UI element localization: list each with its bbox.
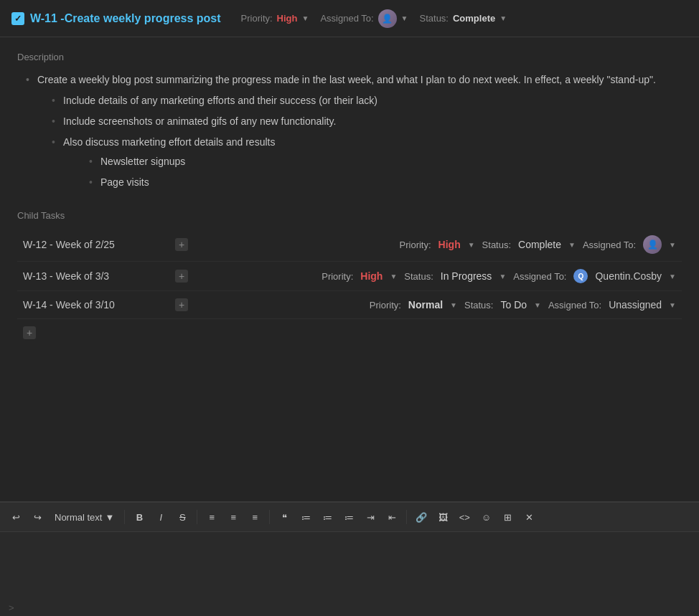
task-w14-status-arrow[interactable]: ▼ [534, 301, 541, 309]
align-center-button[interactable]: ≡ [223, 507, 243, 527]
task-w14-add-button[interactable]: + [175, 298, 188, 311]
task-w13-name: W-13 - Week of 3/3 [23, 270, 166, 282]
sub-bullet-2: Include screenshots or animated gifs of … [49, 114, 682, 129]
checklist-button[interactable]: ≔ [339, 507, 359, 527]
bullet-list-button[interactable]: ≔ [296, 507, 316, 527]
status-label: Status: [420, 13, 449, 24]
header: ✓ W-11 -Create weekly progress post Prio… [0, 0, 699, 37]
toolbar-separator-1 [124, 510, 125, 524]
status-meta: Status: Complete ▼ [420, 13, 507, 24]
description-sub-list: Include details of any marketing efforts… [49, 93, 682, 190]
task-w12-meta: Priority: High ▼ Status: Complete ▼ Assi… [400, 235, 676, 254]
task-checkbox-icon[interactable]: ✓ [11, 12, 24, 25]
task-w14-priority-label: Priority: [370, 300, 401, 311]
assigned-dropdown-arrow[interactable]: ▼ [401, 14, 408, 22]
header-title: ✓ W-11 -Create weekly progress post [11, 12, 221, 25]
text-style-dropdown[interactable]: Normal text ▼ [49, 509, 120, 526]
task-w13-assigned-arrow[interactable]: ▼ [669, 273, 676, 280]
image-button[interactable]: 🖼 [433, 507, 453, 527]
table-button[interactable]: ⊞ [497, 507, 517, 527]
task-w12-priority-value: High [438, 239, 461, 250]
task-w12-status-arrow[interactable]: ▼ [568, 241, 576, 249]
task-w14-meta: Priority: Normal ▼ Status: To Do ▼ Assig… [370, 299, 676, 311]
task-w12-priority-arrow[interactable]: ▼ [468, 241, 475, 249]
task-w14-status-label: Status: [464, 300, 493, 311]
sub-bullet-3: Also discuss marketing effort details an… [49, 135, 682, 190]
header-meta: Priority: High ▼ Assigned To: 👤 ▼ Status… [241, 9, 507, 28]
toolbar-separator-3 [269, 510, 270, 524]
blockquote-button[interactable]: ❝ [274, 507, 294, 527]
task-w13-status-label: Status: [404, 271, 433, 282]
task-w13-avatar[interactable]: Q [573, 269, 588, 283]
priority-meta: Priority: High ▼ [241, 13, 309, 24]
editor-body[interactable] [0, 532, 699, 600]
task-w14-priority-value: Normal [408, 299, 443, 311]
toolbar-separator-2 [197, 510, 197, 524]
task-w12-assigned-arrow[interactable]: ▼ [669, 241, 676, 249]
description-label: Description [17, 52, 682, 62]
text-style-arrow: ▼ [105, 512, 114, 523]
align-right-button[interactable]: ≡ [245, 507, 265, 527]
add-child-task-row: + [17, 319, 682, 346]
link-button[interactable]: 🔗 [411, 507, 431, 527]
task-w13-assigned-name: Quentin.Cosby [595, 270, 662, 282]
task-w12-assigned-label: Assigned To: [583, 240, 636, 250]
task-w12-status-value: Complete [518, 239, 561, 250]
task-row: W-12 - Week of 2/25 + Priority: High ▼ S… [17, 228, 682, 262]
task-w12-status-label: Status: [482, 240, 511, 250]
child-tasks-section: Child Tasks W-12 - Week of 2/25 + Priori… [17, 210, 682, 346]
task-w12-name: W-12 - Week of 2/25 [23, 239, 166, 250]
align-left-button[interactable]: ≡ [202, 507, 222, 527]
description-main-bullet: Create a weekly blog post summarizing th… [23, 72, 682, 190]
sub2-bullet-1: Newsletter signups [86, 154, 682, 169]
task-w13-assigned-label: Assigned To: [513, 271, 566, 282]
priority-dropdown-arrow[interactable]: ▼ [302, 14, 309, 22]
task-w13-priority-value: High [360, 270, 383, 282]
task-w13-status-arrow[interactable]: ▼ [499, 273, 506, 280]
editor-section: ↩ ↪ Normal text ▼ B I S ≡ ≡ ≡ ❝ ≔ ≔ ≔ ⇥ … [0, 501, 699, 616]
task-w14-priority-arrow[interactable]: ▼ [450, 301, 457, 309]
priority-value: High [277, 13, 298, 24]
status-dropdown-arrow[interactable]: ▼ [499, 14, 507, 22]
task-w14-assigned-name: Unassigned [609, 299, 662, 311]
task-w13-status-value: In Progress [441, 270, 492, 282]
add-child-task-button[interactable]: + [23, 326, 36, 339]
task-title: W-11 -Create weekly progress post [30, 12, 221, 25]
italic-button[interactable]: I [151, 507, 171, 527]
avatar[interactable]: 👤 [378, 9, 397, 28]
undo-button[interactable]: ↩ [6, 507, 26, 527]
strikethrough-button[interactable]: S [172, 507, 192, 527]
clear-formatting-button[interactable]: ✕ [519, 507, 539, 527]
status-value: Complete [453, 13, 495, 24]
assigned-meta: Assigned To: 👤 ▼ [320, 9, 408, 28]
numbered-list-button[interactable]: ≔ [317, 507, 337, 527]
bold-button[interactable]: B [129, 507, 149, 527]
description-list: Create a weekly blog post summarizing th… [23, 72, 682, 190]
code-button[interactable]: <> [454, 507, 474, 527]
task-w12-add-button[interactable]: + [175, 238, 188, 251]
child-tasks-label: Child Tasks [17, 210, 682, 221]
task-w12-priority-label: Priority: [400, 240, 431, 250]
text-style-label: Normal text [55, 512, 102, 523]
editor-toolbar: ↩ ↪ Normal text ▼ B I S ≡ ≡ ≡ ❝ ≔ ≔ ≔ ⇥ … [0, 503, 699, 532]
task-w14-status-value: To Do [500, 299, 527, 311]
task-w13-priority-arrow[interactable]: ▼ [390, 273, 397, 280]
toolbar-separator-4 [406, 510, 407, 524]
emoji-button[interactable]: ☺ [476, 507, 496, 527]
sub-bullet-1: Include details of any marketing efforts… [49, 93, 682, 108]
task-row: W-13 - Week of 3/3 + Priority: High ▼ St… [17, 262, 682, 291]
editor-footer: > [0, 600, 699, 616]
task-w14-assigned-arrow[interactable]: ▼ [669, 301, 676, 309]
task-w12-avatar[interactable]: 👤 [643, 235, 662, 254]
main-content: Description Create a weekly blog post su… [0, 37, 699, 501]
description-content: Create a weekly blog post summarizing th… [17, 72, 682, 190]
priority-label: Priority: [241, 13, 273, 24]
redo-button[interactable]: ↪ [27, 507, 47, 527]
task-w14-name: W-14 - Week of 3/10 [23, 299, 166, 311]
task-w13-add-button[interactable]: + [175, 270, 188, 283]
task-w13-meta: Priority: High ▼ Status: In Progress ▼ A… [322, 269, 676, 283]
outdent-button[interactable]: ⇤ [382, 507, 402, 527]
indent-button[interactable]: ⇥ [360, 507, 380, 527]
assigned-label: Assigned To: [320, 13, 373, 24]
sub2-bullet-2: Page visits [86, 175, 682, 190]
